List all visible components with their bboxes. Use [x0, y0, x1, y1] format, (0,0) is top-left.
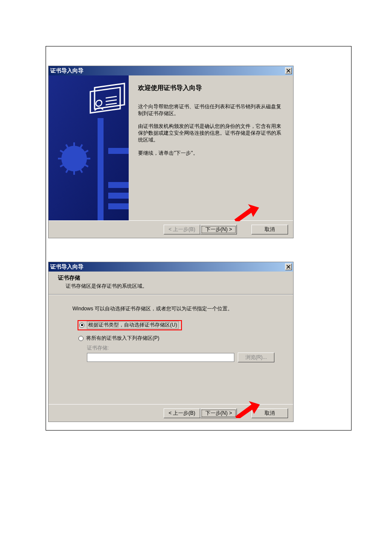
welcome-para-3: 要继续，请单击"下一步"。 — [138, 149, 285, 157]
store-prompt: Windows 可以自动选择证书存储区，或者您可以为证书指定一个位置。 — [72, 305, 282, 312]
radio-auto-select[interactable]: 根据证书类型，自动选择证书存储区(U) — [78, 320, 182, 330]
page-header-title: 证书存储 — [58, 274, 293, 282]
button-bar: < 上一步(B) 下一步(N) > 取消 — [49, 220, 293, 238]
browse-button: 浏览(R)... — [238, 353, 274, 362]
svg-rect-15 — [108, 182, 129, 188]
svg-rect-16 — [108, 193, 129, 199]
svg-rect-24 — [98, 118, 104, 220]
svg-rect-2 — [73, 142, 75, 147]
svg-rect-8 — [73, 171, 75, 175]
cert-wizard-welcome-dialog: 证书导入向导 — [48, 66, 294, 238]
button-bar: < 上一步(B) 下一步(N) > 取消 — [49, 404, 293, 422]
radio-icon — [78, 336, 84, 341]
cancel-button[interactable]: 取消 — [251, 408, 288, 418]
radio-icon — [79, 323, 84, 328]
titlebar[interactable]: 证书导入向导 — [49, 262, 293, 272]
dialog-body: 欢迎使用证书导入向导 这个向导帮助您将证书、证书信任列表和证书吊销列表从磁盘复制… — [49, 75, 293, 220]
wizard-banner — [49, 75, 129, 220]
welcome-para-1: 这个向导帮助您将证书、证书信任列表和证书吊销列表从磁盘复制到证书存储区。 — [138, 103, 285, 117]
store-block: 证书存储: 浏览(R)... — [87, 344, 282, 362]
next-button[interactable]: 下一步(N) > — [200, 408, 237, 418]
next-button-label: 下一步(N) > — [205, 410, 232, 417]
svg-rect-11 — [58, 158, 62, 159]
store-input — [87, 353, 234, 362]
wizard-banner-image — [49, 75, 129, 220]
welcome-heading: 欢迎使用证书导入向导 — [138, 83, 285, 93]
radio-manual-label: 将所有的证书放入下列存储区(P) — [86, 335, 159, 342]
close-button[interactable] — [285, 67, 292, 74]
store-page-body: Windows 可以自动选择证书存储区，或者您可以为证书指定一个位置。 根据证书… — [49, 295, 293, 404]
radio-auto-label: 根据证书类型，自动选择证书存储区(U) — [87, 321, 179, 329]
welcome-content: 欢迎使用证书导入向导 这个向导帮助您将证书、证书信任列表和证书吊销列表从磁盘复制… — [129, 75, 293, 220]
svg-point-1 — [61, 146, 87, 171]
title-text: 证书导入向导 — [50, 67, 84, 75]
next-button-label: 下一步(N) > — [205, 226, 232, 233]
cert-wizard-store-dialog: 证书导入向导 证书存储 证书存储区是保存证书的系统区域。 Windows 可以自… — [48, 262, 294, 422]
back-button[interactable]: < 上一步(B) — [164, 408, 200, 418]
welcome-para-2: 由证书颁发机构颁发的证书是确认您的身份的文件，它含有用来保护数据或建立安全网络连… — [138, 123, 285, 144]
titlebar[interactable]: 证书导入向导 — [49, 66, 293, 75]
svg-rect-17 — [108, 203, 129, 209]
close-icon — [286, 265, 291, 269]
back-button: < 上一步(B) — [164, 225, 200, 234]
wizard-page-header: 证书存储 证书存储区是保存证书的系统区域。 — [49, 272, 293, 294]
next-button[interactable]: 下一步(N) > — [200, 225, 237, 234]
radio-manual-select[interactable]: 将所有的证书放入下列存储区(P) — [78, 335, 282, 342]
title-text: 证书导入向导 — [50, 263, 84, 271]
close-icon — [286, 69, 291, 73]
store-label: 证书存储: — [87, 344, 282, 352]
close-button[interactable] — [285, 263, 292, 270]
page-header-subtitle: 证书存储区是保存证书的系统区域。 — [58, 282, 293, 294]
cancel-button[interactable]: 取消 — [251, 225, 288, 234]
svg-rect-5 — [86, 158, 90, 159]
svg-rect-14 — [108, 148, 129, 154]
